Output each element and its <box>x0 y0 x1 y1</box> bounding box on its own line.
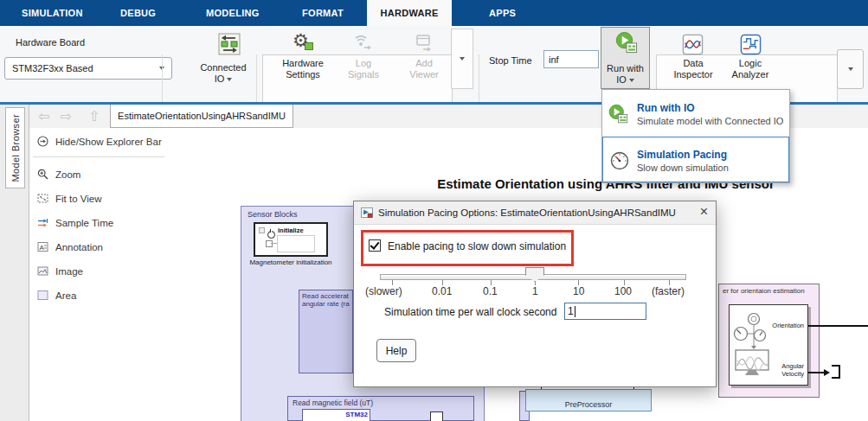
ribbon-overflow-button[interactable] <box>837 49 864 89</box>
read-magnetic-block[interactable]: Read magnetic field (uT) STM32 <box>287 396 474 421</box>
terminator-icon <box>839 365 840 379</box>
logic-analyzer-label2: Analyzer <box>732 69 769 80</box>
block-checkbox-icon <box>259 227 265 233</box>
run-with-io-label: Run with <box>607 63 644 73</box>
port-icon <box>266 240 273 247</box>
power-icon <box>267 231 275 239</box>
gallery-expand-button[interactable] <box>451 29 473 89</box>
run-with-io-button[interactable]: Run with IO <box>601 27 650 89</box>
circle-arrow-icon <box>37 136 48 147</box>
read-accel-label: Read accelerat <box>302 292 349 300</box>
hardware-board-select[interactable]: STM32F3xx Based <box>4 57 172 80</box>
help-button[interactable]: Help <box>376 339 416 362</box>
add-viewer-icon <box>414 33 434 57</box>
ahrs-header: er for orientaion estimation <box>723 287 805 295</box>
add-viewer-button[interactable]: Add Viewer <box>400 58 448 80</box>
palette-item-fit-to-view[interactable]: Fit to View <box>37 192 101 205</box>
palette-item-sample-time[interactable]: Sample Time <box>37 216 113 229</box>
hardware-settings-button[interactable]: Hardware Settings <box>277 58 329 80</box>
hardware-settings-label2: Settings <box>286 69 320 80</box>
connected-io-label2: IO <box>215 73 225 84</box>
palette-label: Area <box>55 290 76 301</box>
run-with-io-icon <box>614 31 638 58</box>
log-signals-button[interactable]: Log Signals <box>339 58 388 80</box>
connected-io-icon <box>218 33 241 55</box>
palette-label: Fit to View <box>55 194 101 204</box>
orientation-port-label: Orientation <box>772 322 804 329</box>
sim-time-input[interactable]: 1 <box>564 303 646 320</box>
forward-arrow-icon[interactable]: ⇨ <box>61 108 72 125</box>
model-browser-label: Model Browser <box>10 114 21 182</box>
stm32-label: STM32 <box>345 411 368 418</box>
data-inspector-icon <box>682 34 704 59</box>
dialog-title: Simulation Pacing Options: EstimateOrien… <box>378 207 676 218</box>
ahrs-filter-block[interactable]: Orientation Angular Velocity <box>729 304 808 386</box>
subsystem-box <box>277 235 315 252</box>
enable-pacing-checkbox[interactable] <box>369 239 381 252</box>
chevron-down-icon <box>848 67 853 71</box>
document-tab[interactable]: EstimateOrientationUsingAHRSandIMU <box>110 105 293 128</box>
hardware-board-value: STM32F3xx Based <box>12 63 93 73</box>
tab-simulation[interactable]: SIMULATION <box>22 0 83 26</box>
magnetometer-caption: Magnetometer initialization <box>239 258 343 266</box>
simulation-pacing-dialog: Simulation Pacing Options: EstimateOrien… <box>353 201 717 387</box>
palette-item-hide-show[interactable]: Hide/Show Explorer Bar <box>37 135 162 148</box>
slider-label-1: 1 <box>532 285 538 297</box>
tab-format[interactable]: FORMAT <box>302 0 344 26</box>
chevron-down-icon <box>227 78 232 81</box>
palette-item-area[interactable]: Area <box>37 289 76 302</box>
log-signals-label2: Signals <box>348 69 379 80</box>
add-viewer-label: Add <box>415 58 433 68</box>
imu-visualization-icon <box>733 310 771 381</box>
slider-label-001: 0.01 <box>432 285 452 297</box>
logic-analyzer-button[interactable]: Logic Analyzer <box>725 58 775 80</box>
tab-modeling[interactable]: MODELING <box>206 0 260 26</box>
tab-apps[interactable]: APPS <box>489 0 516 26</box>
hardware-settings-label: Hardware <box>282 58 324 68</box>
palette-label: Zoom <box>55 169 80 180</box>
tab-hardware[interactable]: HARDWARE <box>367 0 452 26</box>
preprocessor-label: PreProcessor <box>526 400 651 409</box>
wire-arrow-icon <box>824 369 830 376</box>
palette-item-image[interactable]: Image <box>37 265 83 277</box>
small-port-block[interactable] <box>430 411 443 421</box>
text-caret <box>575 306 575 317</box>
stop-time-input[interactable]: inf <box>543 50 599 68</box>
menu-item-run-with-io[interactable]: Run with IO <box>637 102 695 114</box>
menu-item-simulation-pacing-desc: Slow down simulation <box>637 163 729 173</box>
preprocessor-block[interactable]: PreProcessor <box>525 389 652 411</box>
menu-item-simulation-pacing[interactable]: Simulation Pacing <box>637 149 727 161</box>
toolstrip-tab-bar: SIMULATION DEBUG MODELING FORMAT HARDWAR… <box>0 0 868 26</box>
palette-label: Hide/Show Explorer Bar <box>55 137 162 147</box>
simulation-pacing-icon <box>609 150 630 175</box>
data-inspector-label: Data <box>683 58 703 68</box>
dialog-icon <box>361 207 373 222</box>
palette-item-annotation[interactable]: A Annotation <box>37 240 103 253</box>
chevron-down-icon <box>460 57 465 61</box>
close-icon[interactable]: × <box>700 205 708 219</box>
slider-label-slower: (slower) <box>365 285 402 297</box>
data-inspector-button[interactable]: Data Inspector <box>668 58 718 80</box>
logic-analyzer-icon <box>740 34 762 59</box>
palette-item-zoom[interactable]: Zoom <box>37 168 80 181</box>
tab-debug[interactable]: DEBUG <box>120 0 156 26</box>
svg-text:A: A <box>40 244 45 252</box>
stm32-block[interactable]: STM32 <box>302 409 370 421</box>
model-browser-tab[interactable]: Model Browser <box>5 107 25 188</box>
connected-io-button[interactable]: Connected IO <box>197 62 249 85</box>
up-arrow-icon[interactable]: ⇧ <box>88 108 100 125</box>
fit-to-view-icon <box>37 193 48 204</box>
chip-icon <box>305 42 313 50</box>
palette-label: Annotation <box>55 242 103 252</box>
add-viewer-label2: Viewer <box>409 69 438 80</box>
initialize-label: initialize <box>278 226 304 234</box>
sensor-blocks-label: Sensor Blocks <box>248 210 298 219</box>
log-signals-label: Log <box>356 58 371 68</box>
palette-divider <box>33 156 164 157</box>
chevron-down-icon <box>629 79 634 82</box>
menu-item-run-with-io-desc: Simulate model with Connected IO <box>637 116 783 126</box>
magnetometer-init-block[interactable]: initialize <box>254 222 328 257</box>
connected-io-label: Connected <box>200 62 246 73</box>
back-arrow-icon[interactable]: ⇦ <box>38 108 49 125</box>
read-accel-block[interactable]: Read accelerat angular rate (ra <box>299 290 353 373</box>
